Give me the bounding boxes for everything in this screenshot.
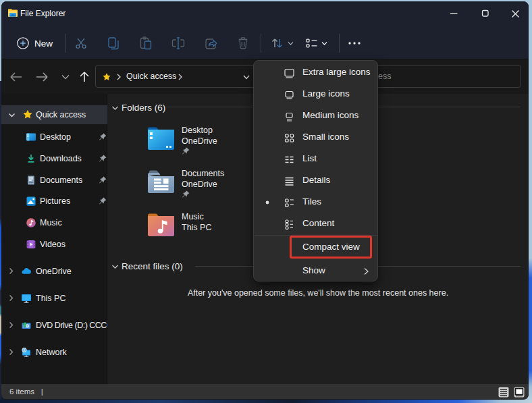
svg-text:New: New xyxy=(34,38,53,49)
